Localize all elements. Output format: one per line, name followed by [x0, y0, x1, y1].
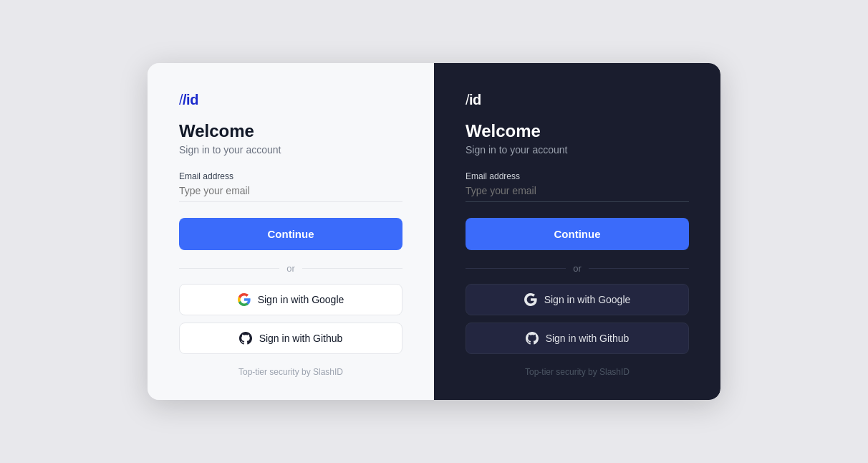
dark-card: /id Welcome Sign in to your account Emai… [434, 63, 720, 400]
dark-google-label: Sign in with Google [544, 294, 631, 305]
cards-wrapper: //id Welcome Sign in to your account Ema… [148, 63, 720, 400]
dark-github-button[interactable]: Sign in with Github [466, 323, 689, 354]
light-divider: or [179, 263, 402, 274]
light-google-label: Sign in with Google [258, 294, 344, 305]
dark-github-label: Sign in with Github [546, 333, 630, 344]
dark-divider-text: or [573, 263, 582, 274]
light-title: Welcome [179, 121, 402, 141]
dark-footer: Top-tier security by SlashID [466, 367, 689, 377]
dark-email-label: Email address [466, 171, 689, 181]
dark-email-group: Email address [466, 171, 689, 202]
dark-title: Welcome [466, 121, 689, 141]
light-github-label: Sign in with Github [259, 333, 343, 344]
light-continue-button[interactable]: Continue [179, 218, 402, 250]
dark-divider: or [466, 263, 689, 274]
dark-logo: /id [466, 92, 689, 108]
light-github-button[interactable]: Sign in with Github [179, 323, 402, 354]
dark-email-input[interactable] [466, 185, 689, 196]
light-email-label: Email address [179, 171, 402, 181]
github-icon-dark [526, 332, 539, 345]
google-icon-dark [524, 293, 537, 306]
light-email-input-wrapper [179, 184, 402, 202]
light-footer: Top-tier security by SlashID [179, 367, 402, 377]
light-google-button[interactable]: Sign in with Google [179, 284, 402, 315]
google-icon [238, 293, 251, 306]
light-divider-text: or [286, 263, 295, 274]
light-subtitle: Sign in to your account [179, 144, 402, 156]
dark-continue-button[interactable]: Continue [466, 218, 689, 250]
light-logo: //id [179, 92, 402, 108]
dark-subtitle: Sign in to your account [466, 144, 689, 156]
light-divider-line-right [302, 268, 402, 269]
light-email-group: Email address [179, 171, 402, 202]
dark-divider-line-right [589, 268, 689, 269]
github-icon-light [239, 332, 252, 345]
light-email-input[interactable] [179, 185, 402, 196]
dark-google-button[interactable]: Sign in with Google [466, 284, 689, 315]
light-card: //id Welcome Sign in to your account Ema… [148, 63, 434, 400]
light-divider-line-left [179, 268, 279, 269]
dark-divider-line-left [466, 268, 566, 269]
dark-email-input-wrapper [466, 184, 689, 202]
